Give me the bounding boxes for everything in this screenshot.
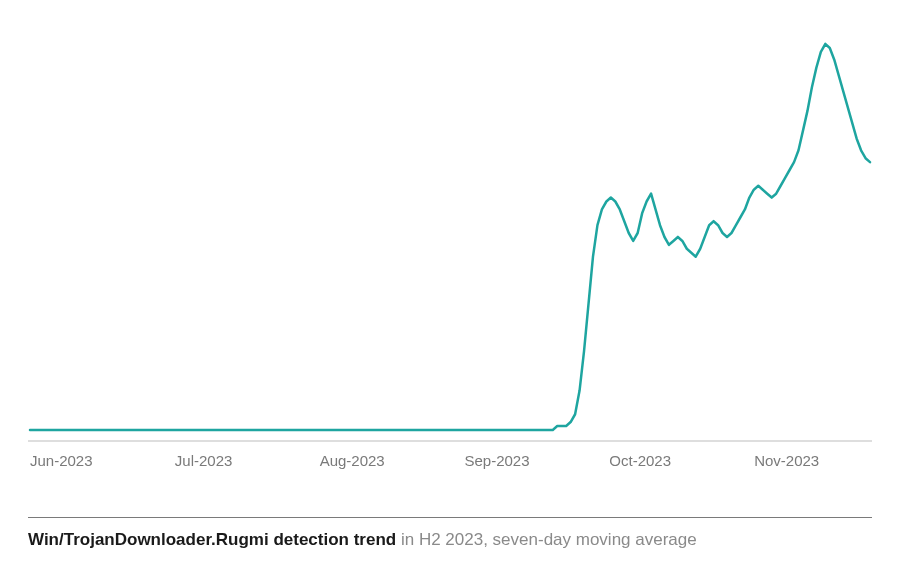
caption-subtitle: in H2 2023, seven-day moving average <box>396 530 697 549</box>
plot-area <box>28 18 872 446</box>
x-tick-label: Nov-2023 <box>754 452 870 469</box>
trend-line <box>30 44 870 430</box>
caption-title: Win/TrojanDownloader.Rugmi detection tre… <box>28 530 396 549</box>
x-tick-label: Jun-2023 <box>30 452 175 469</box>
caption-divider <box>28 517 872 518</box>
x-tick-label: Oct-2023 <box>609 452 754 469</box>
x-tick-label: Sep-2023 <box>464 452 609 469</box>
x-tick-label: Jul-2023 <box>175 452 320 469</box>
line-chart-svg <box>28 18 872 446</box>
x-axis-labels: Jun-2023 Jul-2023 Aug-2023 Sep-2023 Oct-… <box>28 446 872 469</box>
chart-caption: Win/TrojanDownloader.Rugmi detection tre… <box>28 528 872 552</box>
chart-container: Jun-2023 Jul-2023 Aug-2023 Sep-2023 Oct-… <box>0 0 900 574</box>
x-tick-label: Aug-2023 <box>320 452 465 469</box>
